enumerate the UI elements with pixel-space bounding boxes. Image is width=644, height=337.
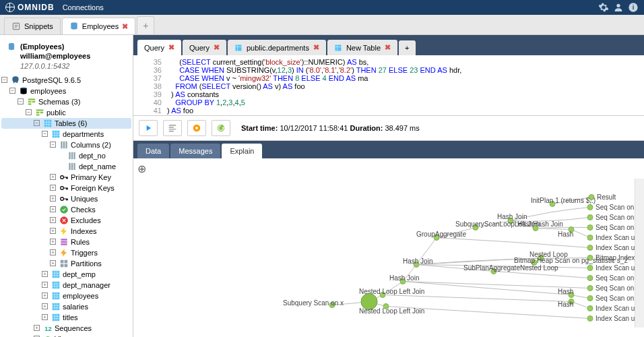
svg-point-0	[616, 4, 620, 7]
close-tab-icon[interactable]: ✖	[122, 22, 128, 31]
expand-icon[interactable]: +	[50, 206, 56, 212]
partitions-node[interactable]: +Partitions	[1, 258, 131, 269]
collapse-icon[interactable]: −	[26, 109, 32, 115]
svg-point-29	[60, 206, 68, 214]
tab-new-table[interactable]: New Table ✖	[327, 40, 397, 55]
close-icon[interactable]: ✖	[385, 43, 391, 52]
tab-messages[interactable]: Messages	[170, 144, 220, 158]
expand-icon[interactable]: +	[50, 249, 56, 255]
svg-rect-18	[63, 142, 65, 149]
gear-icon[interactable]	[598, 2, 609, 13]
schemas-node[interactable]: −Schemas (3)	[1, 96, 131, 107]
svg-rect-20	[69, 152, 70, 160]
sequences-node[interactable]: +12Sequences	[1, 323, 131, 334]
svg-text:Hash Join: Hash Join	[497, 213, 527, 220]
refresh-button[interactable]	[212, 120, 230, 136]
sql-editor[interactable]: 35 (SELECT current_setting('block_size')…	[133, 55, 644, 116]
expand-icon[interactable]: +	[34, 325, 40, 331]
svg-text:SubPlanAggregateNested Loop: SubPlanAggregateNested Loop	[463, 264, 558, 272]
tab-departments[interactable]: public.departments ✖	[228, 40, 326, 55]
tree-label: Rules	[71, 238, 90, 246]
collapse-icon[interactable]: −	[18, 98, 24, 104]
tab-employees-label: Employees	[82, 22, 119, 30]
expand-icon[interactable]: +	[50, 185, 56, 191]
expand-icon[interactable]: +	[50, 260, 56, 266]
connection-host: 127.0.0.1:5432	[20, 61, 126, 71]
menu-connections[interactable]: Connections	[63, 3, 104, 11]
tab-employees[interactable]: Employees ✖	[62, 18, 135, 34]
connection-info: (Employees) william@employees 127.0.0.1:…	[1, 38, 131, 75]
column-dept-no[interactable]: dept_no	[1, 150, 131, 161]
expand-icon[interactable]: +	[50, 174, 56, 180]
tree-label: Checks	[71, 206, 96, 214]
table-icon	[334, 44, 342, 52]
uniques-node[interactable]: +Uniques	[1, 193, 131, 204]
svg-text:Bitmap Heap Scan on pg_statist: Bitmap Heap Scan on pg_statistic s_2	[514, 257, 628, 264]
indent-button[interactable]	[163, 120, 182, 136]
close-icon[interactable]: ✖	[313, 43, 319, 52]
tab-query-1[interactable]: Query ✖	[137, 40, 181, 55]
expand-icon[interactable]: +	[50, 239, 56, 245]
indexes-node[interactable]: +Indexes	[1, 226, 131, 237]
collapse-icon[interactable]: −	[1, 77, 7, 83]
expand-icon[interactable]: +	[42, 282, 48, 288]
views-node[interactable]: +Views	[1, 334, 131, 337]
app-logo: OMNIDB	[5, 3, 55, 12]
collapse-icon[interactable]: −	[34, 120, 40, 126]
tree-label: salaries	[63, 303, 88, 311]
expand-icon[interactable]: +	[50, 228, 56, 234]
tree-label: Primary Key	[71, 173, 111, 181]
table-employees[interactable]: +employees	[1, 290, 131, 301]
expand-icon[interactable]: +	[50, 195, 56, 202]
expand-icon[interactable]: +	[42, 303, 48, 309]
table-salaries[interactable]: +salaries	[1, 301, 131, 312]
primary-key-node[interactable]: +Primary Key	[1, 172, 131, 183]
query-plan-graph[interactable]: ResultInitPlan 1 (returns $..)Seq Scan o…	[133, 158, 644, 337]
excludes-node[interactable]: +Excludes	[1, 215, 131, 226]
svg-point-26	[61, 176, 64, 179]
info-icon[interactable]: i	[628, 2, 639, 13]
checks-node[interactable]: +Checks	[1, 204, 131, 215]
svg-text:i: i	[633, 4, 635, 11]
close-icon[interactable]: ✖	[168, 43, 174, 52]
columns-node[interactable]: −Columns (2)	[1, 140, 131, 150]
user-icon[interactable]	[613, 2, 624, 13]
expand-icon[interactable]: +	[50, 217, 56, 223]
snippet-icon	[11, 22, 21, 31]
tab-query-2[interactable]: Query ✖	[183, 40, 226, 55]
postgresql-node[interactable]: −PostgreSQL 9.6.5	[1, 75, 131, 86]
rules-node[interactable]: +Rules	[1, 237, 131, 247]
tables-node[interactable]: −Tables (6)	[1, 118, 131, 129]
expand-icon[interactable]: +	[42, 314, 48, 320]
svg-rect-42	[335, 44, 341, 51]
close-icon[interactable]: ✖	[214, 43, 220, 52]
expand-icon[interactable]: +	[42, 271, 48, 277]
svg-rect-38	[53, 303, 60, 311]
zoom-icon[interactable]: ⊕	[137, 162, 146, 175]
schema-public[interactable]: −public	[1, 107, 131, 118]
add-tab-button[interactable]: +	[137, 16, 154, 34]
collapse-icon[interactable]: −	[42, 131, 48, 137]
table-titles[interactable]: +titles	[1, 312, 131, 323]
tab-data[interactable]: Data	[137, 144, 169, 158]
tab-explain[interactable]: Explain	[222, 144, 262, 158]
table-departments[interactable]: −departments	[1, 129, 131, 140]
collapse-icon[interactable]: −	[50, 142, 56, 148]
vertical-scrollbar[interactable]	[635, 179, 644, 328]
tab-snippets[interactable]: Snippets	[4, 18, 61, 34]
database-node[interactable]: −employees	[1, 86, 131, 96]
collapse-icon[interactable]: −	[9, 88, 15, 94]
expand-icon[interactable]: +	[42, 293, 48, 299]
triggers-node[interactable]: +Triggers	[1, 247, 131, 258]
svg-rect-14	[36, 114, 40, 115]
tab-query-2-label: Query	[189, 44, 210, 52]
run-button[interactable]	[139, 120, 158, 136]
svg-rect-22	[73, 152, 75, 160]
column-dept-name[interactable]: dept_name	[1, 161, 131, 172]
foreign-keys-node[interactable]: +Foreign Keys	[1, 183, 131, 193]
tree-label: Foreign Keys	[71, 184, 115, 192]
stop-button[interactable]	[187, 120, 206, 136]
table-dept-manager[interactable]: +dept_manager	[1, 280, 131, 290]
add-inner-tab-button[interactable]: +	[399, 40, 415, 55]
table-dept-emp[interactable]: +dept_emp	[1, 269, 131, 280]
